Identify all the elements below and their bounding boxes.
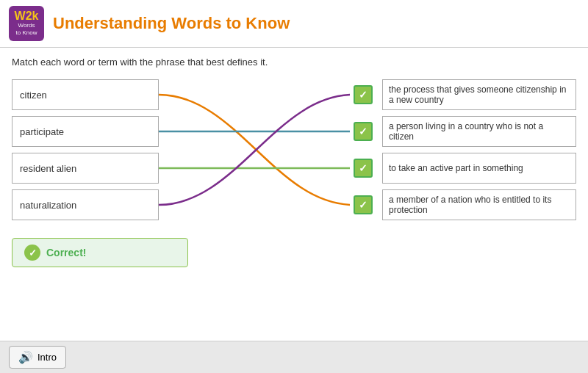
phrase-box-p4: a member of a nation who is entitled to … [382, 189, 576, 220]
header: W2k Wordsto Know Understanding Words to … [0, 0, 588, 48]
logo-w2k: W2k [15, 10, 39, 22]
intro-button[interactable]: 🔊 Intro [9, 346, 66, 369]
intro-label: Intro [37, 352, 57, 363]
logo: W2k Wordsto Know [9, 6, 44, 41]
phrase-box-p1: the process that gives someone citizensh… [382, 79, 576, 110]
right-phrases: the process that gives someone citizensh… [376, 76, 576, 223]
word-box-citizen: citizen [12, 79, 159, 110]
logo-sub: Wordsto Know [16, 22, 37, 36]
phrase-box-p3: to take an active part in something [382, 153, 576, 184]
check-mark-1: ✓ [359, 126, 368, 137]
word-box-resident_alien: resident alien [12, 153, 159, 184]
correct-text: Correct! [46, 247, 86, 258]
page-title: Understanding Words to Know [53, 14, 290, 33]
word-box-naturalization: naturalization [12, 189, 159, 220]
check-mark-0: ✓ [359, 89, 368, 101]
footer: 🔊 Intro [0, 341, 588, 373]
left-words: citizenparticipateresident aliennaturali… [12, 76, 159, 223]
word-box-participate: participate [12, 116, 159, 147]
correct-icon: ✓ [24, 245, 40, 261]
instruction: Match each word or term with the phrase … [12, 57, 576, 68]
speaker-icon: 🔊 [18, 350, 33, 364]
connector-area [159, 76, 350, 223]
correct-banner: ✓ Correct! [12, 238, 188, 267]
check-box-1: ✓ [354, 122, 373, 141]
check-mark-2: ✓ [359, 162, 368, 174]
check-box-0: ✓ [354, 85, 373, 104]
check-box-2: ✓ [354, 159, 373, 178]
check-mark-3: ✓ [359, 199, 368, 211]
matching-area: citizenparticipateresident aliennaturali… [12, 76, 576, 223]
phrase-box-p2: a person living in a country who is not … [382, 116, 576, 147]
check-column: ✓✓✓✓ [350, 76, 376, 223]
main-content: Match each word or term with the phrase … [0, 48, 588, 276]
check-box-3: ✓ [354, 195, 373, 214]
correct-checkmark: ✓ [29, 247, 37, 258]
